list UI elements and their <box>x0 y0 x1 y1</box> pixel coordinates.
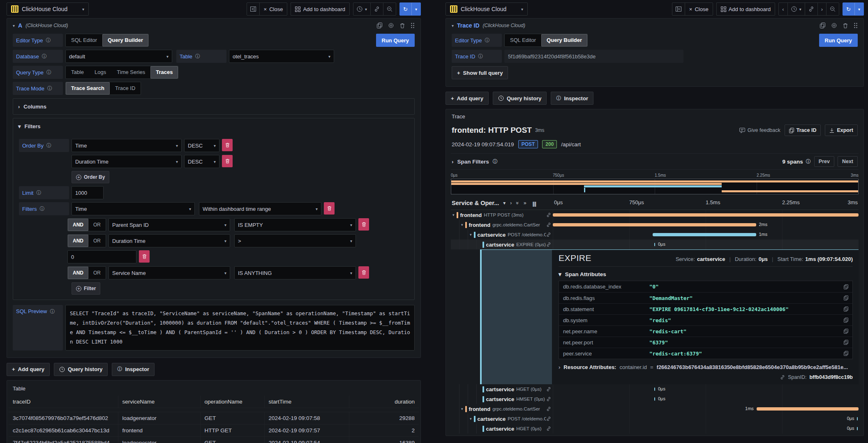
filter-op-select[interactable]: IS ANYTHING▾ <box>234 266 356 279</box>
info-icon[interactable]: ⓘ <box>46 37 51 44</box>
run-query-button[interactable]: Run Query <box>376 34 415 47</box>
span-row[interactable]: ▾cartservicePOST /oteldemo.CartService 1… <box>451 230 859 240</box>
info-icon[interactable]: ⓘ <box>478 53 483 60</box>
zoom-out-button[interactable] <box>826 2 839 16</box>
export-button[interactable]: Export <box>825 125 858 136</box>
filter-op-select[interactable]: Within dashboard time range▾ <box>199 202 321 215</box>
refresh-interval-dropdown[interactable]: ▾ <box>411 2 421 16</box>
trace-id-input[interactable]: 5f1d69baf92314f20d4f8f561b58e3de <box>504 50 683 63</box>
inspector-button[interactable]: ⓘInspector <box>551 92 593 105</box>
span-expand-icon[interactable]: ▾ <box>470 233 472 237</box>
time-picker-button[interactable]: ▾ <box>353 2 371 16</box>
inspector-button[interactable]: ⓘInspector <box>112 363 155 376</box>
span-expand-icon[interactable]: ▾ <box>470 417 472 421</box>
span-link-icon[interactable] <box>546 387 551 392</box>
or-option[interactable]: OR <box>88 219 106 231</box>
span-row[interactable]: ▾frontendgrpc.oteldemo.CartSer 1ms <box>451 404 859 414</box>
split-pane-button[interactable] <box>672 2 685 16</box>
copy-value-icon[interactable] <box>840 284 852 289</box>
collapse-one-icon[interactable]: ▾ <box>503 200 506 206</box>
hide-query-icon[interactable] <box>388 23 394 28</box>
time-picker-button[interactable]: ▾ <box>787 2 805 16</box>
add-query-button[interactable]: +Add query <box>7 363 50 376</box>
zoom-out-button[interactable] <box>383 2 396 16</box>
remove-query-icon[interactable] <box>400 23 405 28</box>
filter-field-select[interactable]: Parent Span ID▾ <box>108 218 230 231</box>
or-option[interactable]: OR <box>88 235 106 247</box>
span-link-icon[interactable] <box>546 397 551 401</box>
span-row[interactable]: ▾frontendgrpc.oteldemo.CartSer 2ms <box>451 220 859 230</box>
or-option[interactable]: OR <box>88 267 106 279</box>
info-icon[interactable]: ⓘ <box>42 53 47 60</box>
add-to-dashboard-button[interactable]: Add to dashboard <box>291 2 350 16</box>
trace-id-copy-button[interactable]: Trace ID <box>785 125 821 136</box>
col-header-operationname[interactable]: operationName <box>200 396 264 408</box>
query-type-logs[interactable]: Logs <box>89 66 111 78</box>
copy-value-icon[interactable] <box>840 351 852 356</box>
remove-filter-button[interactable] <box>324 202 335 215</box>
collapse-query-icon[interactable]: ▾ <box>13 23 15 28</box>
table-row[interactable]: 7f47c62234b6bd2a5a62521875588bd4 loadgen… <box>9 436 419 443</box>
span-link-icon[interactable] <box>546 426 551 431</box>
span-link-icon[interactable] <box>546 212 551 217</box>
hide-query-icon[interactable] <box>831 23 837 28</box>
span-row[interactable]: ▾cartserviceHGET (0μs) 0μs <box>451 384 859 394</box>
span-filters-toggle[interactable]: › Span Filters ⓘ <box>452 158 498 165</box>
add-to-dashboard-button[interactable]: Add to dashboard <box>716 2 776 16</box>
share-link-button[interactable] <box>370 2 383 16</box>
span-link-icon[interactable] <box>546 222 551 227</box>
filter-value-input[interactable]: 0 <box>67 250 136 263</box>
sync-time-right-button[interactable]: › <box>817 2 826 16</box>
trace-id-link[interactable]: 3c7074f085679976b07a79ef5476d802 <box>9 412 118 424</box>
span-link-icon[interactable] <box>546 232 551 237</box>
column-resize-handle[interactable]: ▐▌ <box>531 202 538 206</box>
col-header-duration[interactable]: duration <box>349 396 419 408</box>
info-icon[interactable]: ⓘ <box>46 142 51 149</box>
span-row-selected[interactable]: ▾cartserviceEXPIRE (0μs) 0μs <box>451 240 859 249</box>
close-split-button[interactable]: × Close <box>259 2 288 16</box>
info-icon[interactable]: ⓘ <box>36 189 41 196</box>
col-header-traceid[interactable]: traceID <box>9 396 118 408</box>
database-select[interactable]: default▾ <box>65 50 172 63</box>
remove-order-by-button[interactable] <box>222 155 233 167</box>
datasource-picker[interactable]: ClickHouse Cloud ▾ <box>7 2 89 16</box>
duplicate-query-icon[interactable] <box>820 23 825 28</box>
datasource-picker[interactable]: ClickHouse Cloud ▾ <box>446 2 528 16</box>
info-icon[interactable]: ⓘ <box>50 308 55 315</box>
query-type-traces[interactable]: Traces <box>150 66 178 78</box>
limit-input[interactable]: 1000 <box>72 186 104 199</box>
refresh-button[interactable]: ↻ <box>843 2 854 16</box>
span-link-icon[interactable] <box>546 242 551 247</box>
expand-all-icon[interactable]: » <box>524 200 526 206</box>
refresh-button[interactable]: ↻ <box>399 2 411 16</box>
info-icon[interactable]: ⓘ <box>485 37 490 44</box>
span-expand-icon[interactable]: ▾ <box>461 407 463 411</box>
query-history-button[interactable]: Query history <box>54 363 108 376</box>
link-icon[interactable] <box>780 375 785 380</box>
filter-field-select[interactable]: Time▾ <box>72 202 195 215</box>
service-operation-header[interactable]: Service & Oper... <box>452 200 499 206</box>
share-link-button[interactable] <box>805 2 818 16</box>
filter-op-select[interactable]: >▾ <box>234 234 356 247</box>
next-span-button[interactable]: Next <box>838 156 858 167</box>
query-history-button[interactable]: Query history <box>493 92 547 105</box>
drag-handle-icon[interactable] <box>854 23 858 28</box>
filter-op-select[interactable]: IS EMPTY▾ <box>234 218 356 231</box>
span-row[interactable]: ▾cartserviceHMSET (0μs) 0μs <box>451 394 859 404</box>
trace-mode-search[interactable]: Trace Search <box>66 82 110 95</box>
filter-field-select[interactable]: Service Name▾ <box>108 266 230 279</box>
copy-value-icon[interactable] <box>840 307 852 311</box>
info-icon[interactable]: ⓘ <box>39 205 44 212</box>
trace-id-link[interactable]: c2c1ec87c62965b61cab6c30447bc13d <box>9 424 118 436</box>
copy-value-icon[interactable] <box>840 329 852 334</box>
order-by-dir-select[interactable]: DESC▾ <box>184 155 219 168</box>
span-expand-icon[interactable]: ▾ <box>461 223 463 227</box>
and-option[interactable]: AND <box>68 235 88 247</box>
remove-order-by-button[interactable] <box>222 139 233 151</box>
span-row[interactable]: ▾cartservicePOST /oteldemo.CartService 0… <box>451 414 859 424</box>
order-by-field-select[interactable]: Time▾ <box>72 139 182 152</box>
table-row[interactable]: 3c7074f085679976b07a79ef5476d802 loadgen… <box>9 412 419 424</box>
show-full-query-button[interactable]: +Show full query <box>452 66 508 79</box>
col-header-starttime[interactable]: startTime <box>264 396 349 408</box>
span-row[interactable]: ▾cartserviceHGET (0μs) 0μs <box>451 424 859 434</box>
